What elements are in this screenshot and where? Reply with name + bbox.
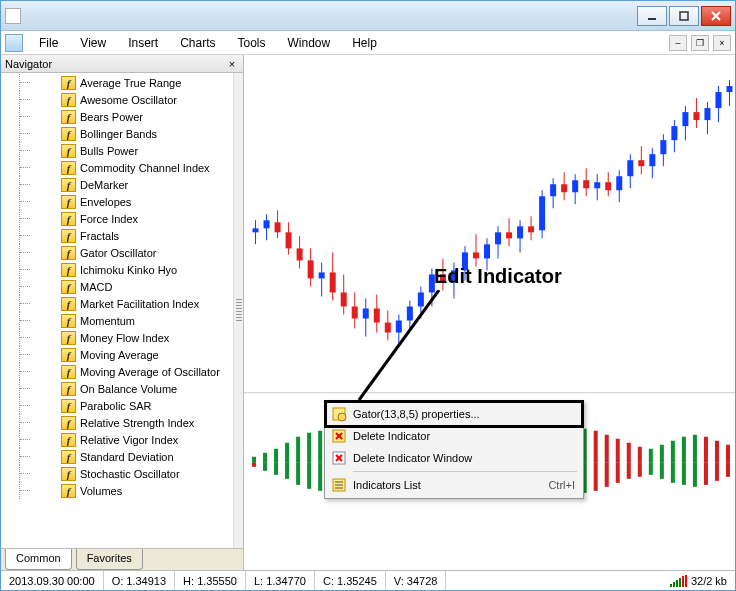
- chart-area[interactable]: Edit Indicator Gator(13,8,5) properties.…: [244, 55, 735, 570]
- indicator-item[interactable]: fMomentum: [1, 312, 243, 329]
- svg-rect-93: [263, 453, 267, 463]
- svg-rect-125: [616, 439, 620, 463]
- indicator-label: Fractals: [80, 230, 119, 242]
- svg-rect-123: [594, 431, 598, 463]
- svg-rect-51: [506, 232, 512, 238]
- indicator-item[interactable]: fAwesome Oscillator: [1, 91, 243, 108]
- menu-tools[interactable]: Tools: [228, 33, 276, 53]
- indicator-item[interactable]: fMoving Average: [1, 346, 243, 363]
- function-icon: f: [61, 365, 76, 379]
- navigator-title: Navigator: [5, 58, 52, 70]
- indicator-item[interactable]: fMoving Average of Oscillator: [1, 363, 243, 380]
- indicator-label: Bulls Power: [80, 145, 138, 157]
- menu-file[interactable]: File: [29, 33, 68, 53]
- indicator-item[interactable]: fOn Balance Volume: [1, 380, 243, 397]
- function-icon: f: [61, 297, 76, 311]
- svg-rect-57: [539, 196, 545, 230]
- svg-rect-73: [627, 160, 633, 176]
- indicator-item[interactable]: fBulls Power: [1, 142, 243, 159]
- context-menu: Gator(13,8,5) properties... Delete Indic…: [324, 400, 584, 499]
- navigator-close-icon[interactable]: ×: [225, 58, 239, 70]
- indicator-item[interactable]: fStandard Deviation: [1, 448, 243, 465]
- svg-rect-98: [318, 431, 322, 463]
- indicator-item[interactable]: fBears Power: [1, 108, 243, 125]
- indicator-item[interactable]: fEnvelopes: [1, 193, 243, 210]
- indicator-item[interactable]: fGator Oscillator: [1, 244, 243, 261]
- indicator-item[interactable]: fAverage True Range: [1, 74, 243, 91]
- indicator-label: Standard Deviation: [80, 451, 174, 463]
- ctx-delete-window[interactable]: Delete Indicator Window: [327, 447, 581, 469]
- svg-rect-137: [263, 463, 267, 471]
- svg-rect-129: [660, 445, 664, 463]
- status-high: H: 1.35550: [175, 571, 246, 590]
- navigator-header: Navigator ×: [1, 55, 243, 73]
- svg-rect-94: [274, 449, 278, 463]
- indicator-item[interactable]: fRelative Strength Index: [1, 414, 243, 431]
- properties-icon: [331, 406, 347, 422]
- svg-rect-176: [693, 463, 697, 487]
- svg-rect-15: [308, 260, 314, 278]
- close-button[interactable]: [701, 6, 731, 26]
- svg-rect-138: [274, 463, 278, 475]
- indicator-item[interactable]: fForce Index: [1, 210, 243, 227]
- indicator-label: Envelopes: [80, 196, 131, 208]
- ctx-indicators-list[interactable]: Indicators List Ctrl+I: [327, 474, 581, 496]
- svg-rect-141: [307, 463, 311, 489]
- inner-close-button[interactable]: ×: [713, 35, 731, 51]
- svg-rect-55: [528, 226, 534, 232]
- indicator-label: Moving Average of Oscillator: [80, 366, 220, 378]
- menu-help[interactable]: Help: [342, 33, 387, 53]
- navigator-tree[interactable]: fAverage True RangefAwesome OscillatorfB…: [1, 73, 243, 548]
- svg-rect-47: [484, 244, 490, 258]
- indicator-item[interactable]: fMACD: [1, 278, 243, 295]
- inner-minimize-button[interactable]: –: [669, 35, 687, 51]
- svg-rect-179: [726, 463, 730, 477]
- menubar: File View Insert Charts Tools Window Hel…: [1, 31, 735, 55]
- maximize-button[interactable]: [669, 6, 699, 26]
- menu-view[interactable]: View: [70, 33, 116, 53]
- ctx-separator: [353, 471, 577, 472]
- statusbar: 2013.09.30 00:00 O: 1.34913 H: 1.35550 L…: [1, 570, 735, 590]
- ctx-delete-indicator[interactable]: Delete Indicator: [327, 425, 581, 447]
- menu-window[interactable]: Window: [278, 33, 341, 53]
- indicator-label: Volumes: [80, 485, 122, 497]
- svg-rect-134: [715, 441, 719, 463]
- ctx-list-accel: Ctrl+I: [528, 479, 575, 491]
- indicator-label: Awesome Oscillator: [80, 94, 177, 106]
- svg-rect-96: [296, 437, 300, 463]
- indicator-item[interactable]: fCommodity Channel Index: [1, 159, 243, 176]
- indicator-item[interactable]: fIchimoku Kinko Hyo: [1, 261, 243, 278]
- svg-rect-132: [693, 435, 697, 463]
- indicator-item[interactable]: fFractals: [1, 227, 243, 244]
- svg-rect-128: [649, 449, 653, 463]
- indicator-item[interactable]: fRelative Vigor Index: [1, 431, 243, 448]
- svg-rect-97: [307, 433, 311, 463]
- indicator-item[interactable]: fParabolic SAR: [1, 397, 243, 414]
- minimize-button[interactable]: [637, 6, 667, 26]
- inner-restore-button[interactable]: ❐: [691, 35, 709, 51]
- function-icon: f: [61, 433, 76, 447]
- navigator-scrollbar[interactable]: [233, 73, 243, 548]
- tab-common[interactable]: Common: [5, 549, 72, 570]
- list-icon: [331, 477, 347, 493]
- indicator-item[interactable]: fStochastic Oscillator: [1, 465, 243, 482]
- svg-rect-174: [671, 463, 675, 483]
- indicator-item[interactable]: fBollinger Bands: [1, 125, 243, 142]
- menu-charts[interactable]: Charts: [170, 33, 225, 53]
- indicator-label: Market Facilitation Index: [80, 298, 199, 310]
- function-icon: f: [61, 382, 76, 396]
- indicator-item[interactable]: fMarket Facilitation Index: [1, 295, 243, 312]
- indicator-label: MACD: [80, 281, 112, 293]
- menu-insert[interactable]: Insert: [118, 33, 168, 53]
- indicator-item[interactable]: fDeMarker: [1, 176, 243, 193]
- indicator-item[interactable]: fVolumes: [1, 482, 243, 499]
- ctx-properties[interactable]: Gator(13,8,5) properties...: [327, 403, 581, 425]
- status-connection[interactable]: 32/2 kb: [662, 571, 735, 590]
- svg-rect-140: [296, 463, 300, 485]
- tab-favorites[interactable]: Favorites: [76, 549, 143, 570]
- indicator-label: Money Flow Index: [80, 332, 169, 344]
- indicator-item[interactable]: fMoney Flow Index: [1, 329, 243, 346]
- indicator-label: On Balance Volume: [80, 383, 177, 395]
- function-icon: f: [61, 484, 76, 498]
- svg-rect-124: [605, 435, 609, 463]
